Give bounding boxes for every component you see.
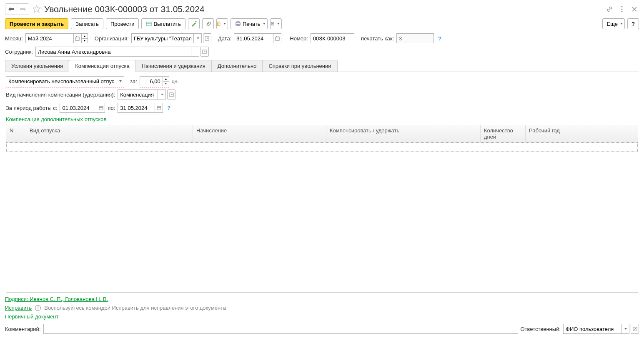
month-input[interactable] <box>25 33 74 43</box>
date-input[interactable] <box>234 33 273 43</box>
grid-col-days[interactable]: Количество дней <box>481 125 526 142</box>
responsible-dropdown-button[interactable] <box>621 324 629 334</box>
month-calendar-button[interactable] <box>73 33 82 43</box>
nav-forward-button[interactable] <box>17 4 29 15</box>
org-open-button[interactable] <box>203 33 211 43</box>
pay-button-label: Выплатить <box>153 21 181 27</box>
signatures-link[interactable]: Подписи: Иванов С. П., Голованова Н. В. <box>5 296 639 302</box>
comp-type-dropdown-button[interactable] <box>158 89 166 99</box>
period-from-input[interactable] <box>60 103 97 113</box>
comp-days-unit: дн. <box>172 78 179 84</box>
month-label: Месяц: <box>5 35 23 42</box>
svg-rect-7 <box>237 22 239 23</box>
comp-section-title: Компенсация дополнительных отпусков <box>6 116 638 122</box>
more-button[interactable]: Еще <box>602 18 625 29</box>
comp-days-up-button[interactable]: ▴ <box>163 76 169 81</box>
svg-point-2 <box>621 11 623 12</box>
comp-mode-dropdown-button[interactable] <box>116 76 124 86</box>
responsible-label: Ответственный: <box>521 326 561 332</box>
svg-rect-12 <box>276 37 279 40</box>
attach-icon-button[interactable] <box>202 18 214 29</box>
org-dropdown-button[interactable] <box>193 33 202 43</box>
nav-back-button[interactable] <box>5 4 17 15</box>
period-to-input[interactable] <box>118 103 155 113</box>
comment-label: Комментарий: <box>5 326 41 332</box>
print-as-label: печатать как: <box>361 35 394 42</box>
svg-rect-10 <box>75 37 79 40</box>
info-icon: i <box>35 305 41 311</box>
comp-type-label: Вид начисления компенсации (удержания): <box>6 92 115 98</box>
print-as-help-icon[interactable]: ? <box>436 35 443 42</box>
close-icon[interactable] <box>630 5 639 14</box>
svg-point-4 <box>195 21 196 22</box>
responsible-open-button[interactable] <box>631 324 639 334</box>
tab-additional[interactable]: Дополнительно <box>211 60 263 72</box>
period-to-label: по: <box>108 105 115 111</box>
tab-dismissal-certs[interactable]: Справки при увольнении <box>262 60 337 72</box>
comment-input[interactable] <box>43 324 518 334</box>
report-dropdown-button[interactable] <box>216 18 228 29</box>
grid-col-n[interactable]: N <box>6 125 26 142</box>
employee-select-button[interactable]: ... <box>191 47 199 57</box>
print-button[interactable]: Печать <box>231 18 268 29</box>
org-input[interactable] <box>131 33 194 43</box>
period-from-calendar-button[interactable] <box>97 103 105 113</box>
pay-button[interactable]: Выплатить <box>141 18 185 29</box>
tab-dismissal-terms[interactable]: Условия увольнения <box>5 60 69 72</box>
org-label: Организация: <box>95 35 129 42</box>
comp-days-down-button[interactable]: ▾ <box>163 81 169 86</box>
responsible-input[interactable] <box>563 324 621 334</box>
comp-type-open-button[interactable] <box>167 89 175 99</box>
svg-point-0 <box>621 6 623 7</box>
accrue-icon-button[interactable] <box>188 18 200 29</box>
period-from-label: За период работы с: <box>6 105 57 111</box>
comp-days-input[interactable] <box>140 76 163 86</box>
actions-dropdown-button[interactable] <box>270 18 282 29</box>
post-button[interactable]: Провести <box>106 18 139 29</box>
fix-hint: Воспользуйтесь командой Исправить для ис… <box>44 305 226 311</box>
employee-open-button[interactable] <box>200 47 209 57</box>
comp-mode-select[interactable] <box>6 76 116 86</box>
fix-link[interactable]: Исправить <box>5 305 32 311</box>
period-to-calendar-button[interactable] <box>155 103 163 113</box>
help-button[interactable]: ? <box>627 18 639 29</box>
comp-for-label: за: <box>130 78 137 84</box>
svg-rect-16 <box>157 106 161 109</box>
employee-input[interactable] <box>35 47 191 57</box>
grid-col-type[interactable]: Вид отпуска <box>26 125 193 142</box>
number-label: Номер: <box>290 35 308 42</box>
grid-col-compensate[interactable]: Компенсировать / удержать <box>326 125 481 142</box>
favorite-star-icon[interactable] <box>32 4 42 14</box>
svg-rect-15 <box>99 106 103 109</box>
date-label: Дата: <box>218 35 231 42</box>
period-help-icon[interactable]: ? <box>165 105 172 111</box>
grid-body[interactable] <box>6 142 638 292</box>
post-and-close-button[interactable]: Провести и закрыть <box>5 18 68 29</box>
tab-vacation-compensation[interactable]: Компенсации отпуска <box>69 60 136 72</box>
tab-accruals-deductions[interactable]: Начисления и удержания <box>135 60 212 72</box>
grid-col-accrual[interactable]: Начисление <box>193 125 326 142</box>
primary-document-link[interactable]: Первичный документ <box>5 313 639 320</box>
svg-rect-3 <box>146 22 151 26</box>
link-icon[interactable] <box>605 5 614 14</box>
employee-label: Сотрудник: <box>5 49 33 55</box>
grid-col-year[interactable]: Рабочий год <box>526 125 638 142</box>
print-as-input[interactable] <box>396 33 434 43</box>
save-button[interactable]: Записать <box>71 18 103 29</box>
page-title: Увольнение 00ЗК-000003 от 31.05.2024 <box>44 4 602 14</box>
comp-type-input[interactable] <box>118 89 158 99</box>
number-input[interactable] <box>311 33 354 43</box>
additional-vacation-grid: N Вид отпуска Начисление Компенсировать … <box>6 125 638 293</box>
nav-group <box>5 3 29 15</box>
svg-point-1 <box>621 9 623 10</box>
month-up-button[interactable]: ▴ <box>81 33 88 38</box>
grid-new-row[interactable] <box>6 142 638 152</box>
kebab-menu-icon[interactable] <box>617 5 626 14</box>
more-button-label: Еще <box>607 21 618 27</box>
print-button-label: Печать <box>243 21 261 27</box>
date-calendar-button[interactable] <box>273 33 281 43</box>
month-down-button[interactable]: ▾ <box>81 38 88 43</box>
